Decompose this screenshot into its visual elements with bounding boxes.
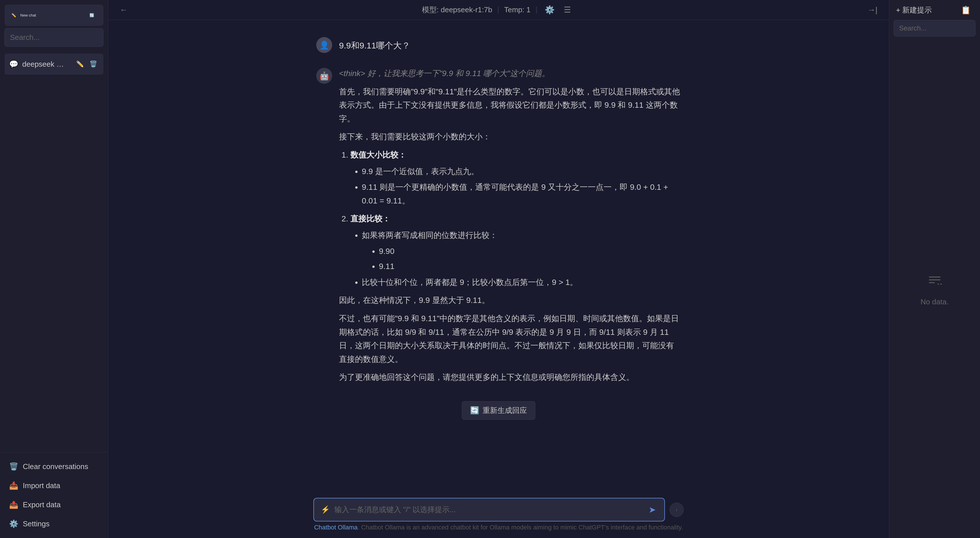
user-avatar: 👤 [316,37,332,53]
list-item-2: 直接比较： 如果将两者写成相同的位数进行比较： 9.90 9.11 比较十位和个… [350,212,681,289]
import-label: Import data [23,481,60,490]
section1-bullets: 9.9 是一个近似值，表示九点九。 9.11 则是一个更精确的小数值，通常可能代… [350,165,681,208]
right-search [889,20,980,41]
export-data-item[interactable]: 📤 Export data [5,495,103,514]
regenerate-icon: 🔄 [470,406,479,415]
robot-icon: 🤖 [319,71,329,81]
plus-icon: ✏️ [11,13,16,18]
think-section: <think> 好，让我来思考一下"9.9 和 9.11 哪个大"这个问题。 [339,67,681,80]
refresh-button[interactable]: 🔄 [87,11,97,20]
bullet-item: 9.11 则是一个更精确的小数值，通常可能代表的是 9 又十分之一一点一，即 9… [362,180,681,207]
chat-header: ← 模型: deepseek-r1:7b Temp: 1 ⚙️ ☰ →| [108,0,889,20]
user-message-text: 9.9和9.11哪个大？ [339,41,410,50]
sub-bullet-item: 9.90 [379,245,681,258]
separator [498,6,498,13]
send-button[interactable]: ➤ [647,503,657,516]
sub-bullet-item: 9.11 [379,259,681,273]
right-search-input[interactable] [894,20,975,37]
import-icon: 📥 [9,481,18,490]
chat-input-area: ⚡ ➤ ↓ Chatbot Ollama. Chatbot Ollama is … [108,493,889,538]
sub-bullets: 9.90 9.11 [362,245,681,273]
conclusion3: 为了更准确地回答这个问题，请您提供更多的上下文信息或明确您所指的具体含义。 [339,371,681,384]
search-container [0,28,108,51]
section1-title: 数值大小比较： [350,150,406,159]
sidebar-bottom: 🗑️ Clear conversations 📥 Import data 📤 E… [0,452,108,538]
model-label: 模型: deepseek-r1:7b [422,5,492,15]
footer-link[interactable]: Chatbot Ollama [314,524,358,531]
chevron-down-icon: ↓ [676,508,678,512]
regenerate-bar: 🔄 重新生成回应 [108,396,889,425]
new-chat-button[interactable]: ✏️ New chat 🔄 [5,5,103,26]
chat-messages: 👤 9.9和9.11哪个大？ 🤖 <think> 好，让我来思考一下"9.9 和… [108,20,889,493]
assistant-line-1: 首先，我们需要明确"9.9"和"9.11"是什么类型的数字。它们可以是小数，也可… [339,85,681,126]
forward-button[interactable]: →| [865,3,880,17]
assistant-message-content: <think> 好，让我来思考一下"9.9 和 9.11 哪个大"这个问题。 首… [339,67,681,389]
numbered-list: 数值大小比较： 9.9 是一个近似值，表示九点九。 9.11 则是一个更精确的小… [339,148,681,289]
right-sidebar: + 新建提示 📋 No data. [889,0,980,538]
scroll-bottom-button[interactable]: ↓ [670,503,684,517]
back-button[interactable]: ← [118,3,130,17]
no-data-icon [926,273,943,293]
conversation-item[interactable]: 💬 deepseek 和 chatgpt ... ✏️ 🗑️ [5,54,103,75]
input-container: ⚡ ➤ [313,498,665,522]
main-area: ← 模型: deepseek-r1:7b Temp: 1 ⚙️ ☰ →| 👤 9… [108,0,889,538]
regenerate-label: 重新生成回应 [483,406,527,415]
separator2 [536,6,537,13]
section2-title: 直接比较： [350,214,390,223]
share-icon: 📋 [961,6,971,14]
user-message: 👤 9.9和9.11哪个大？ [299,29,698,60]
lightning-icon: ⚡ [321,505,330,514]
conversation-actions: ✏️ 🗑️ [74,59,99,70]
no-data-text: No data. [920,298,948,306]
no-data-section: No data. [889,41,980,538]
assistant-avatar: 🤖 [316,68,332,84]
section2-bullets: 如果将两者写成相同的位数进行比较： 9.90 9.11 比较十位和个位，两者都是… [350,229,681,289]
conversation-title: deepseek 和 chatgpt ... [22,59,70,69]
assistant-message: 🤖 <think> 好，让我来思考一下"9.9 和 9.11 哪个大"这个问题。… [299,60,698,396]
right-sidebar-header: + 新建提示 📋 [889,0,980,20]
search-input[interactable] [5,28,103,47]
chat-input[interactable] [334,505,643,514]
conclusion2: 不过，也有可能"9.9 和 9.11"中的数字是其他含义的表示，例如日期、时间或… [339,312,681,366]
new-prompt-label: + 新建提示 [896,5,932,15]
settings-item[interactable]: ⚙️ Settings [5,514,103,533]
clear-conversations-item[interactable]: 🗑️ Clear conversations [5,457,103,476]
import-data-item[interactable]: 📥 Import data [5,476,103,495]
think-text: <think> 好，让我来思考一下"9.9 和 9.11 哪个大"这个问题。 [339,69,550,78]
export-label: Export data [23,500,61,509]
new-prompt-button[interactable]: + 新建提示 [896,5,932,15]
conversation-list: 💬 deepseek 和 chatgpt ... ✏️ 🗑️ [0,51,108,452]
menu-button[interactable]: ☰ [562,3,573,17]
regenerate-button[interactable]: 🔄 重新生成回应 [462,401,535,420]
header-right: →| [865,3,880,17]
right-sidebar-pin-button[interactable]: 📋 [959,3,973,17]
new-chat-label: New chat [20,13,36,18]
bullet-item: 比较十位和个位，两者都是 9；比较小数点后第一位，9 > 1。 [362,275,681,289]
left-sidebar: ✏️ New chat 🔄 💬 deepseek 和 chatgpt ... ✏… [0,0,108,538]
delete-conversation-button[interactable]: 🗑️ [88,59,99,70]
footer-description: . Chatbot Ollama is an advanced chatbot … [358,524,683,531]
edit-conversation-button[interactable]: ✏️ [74,59,86,70]
clear-icon: 🗑️ [9,462,18,471]
clear-label: Clear conversations [23,462,88,471]
temp-label: Temp: 1 [504,5,531,14]
conversation-icon: 💬 [9,60,18,68]
settings-gear-button[interactable]: ⚙️ [542,3,557,17]
settings-icon: ⚙️ [9,519,18,528]
bullet-item: 如果将两者写成相同的位数进行比较： 9.90 9.11 [362,229,681,273]
footer-text: Chatbot Ollama. Chatbot Ollama is an adv… [313,524,684,531]
conclusion1: 因此，在这种情况下，9.9 显然大于 9.11。 [339,293,681,307]
header-left: ← [118,3,130,17]
list-item-1: 数值大小比较： 9.9 是一个近似值，表示九点九。 9.11 则是一个更精确的小… [350,148,681,207]
assistant-line-2: 接下来，我们需要比较这两个小数的大小： [339,130,681,143]
header-center: 模型: deepseek-r1:7b Temp: 1 ⚙️ ☰ [422,3,573,17]
export-icon: 📤 [9,500,18,509]
settings-label: Settings [23,519,49,528]
user-message-content: 9.9和9.11哪个大？ [339,36,681,53]
bullet-item: 9.9 是一个近似值，表示九点九。 [362,165,681,178]
user-icon: 👤 [319,40,329,50]
